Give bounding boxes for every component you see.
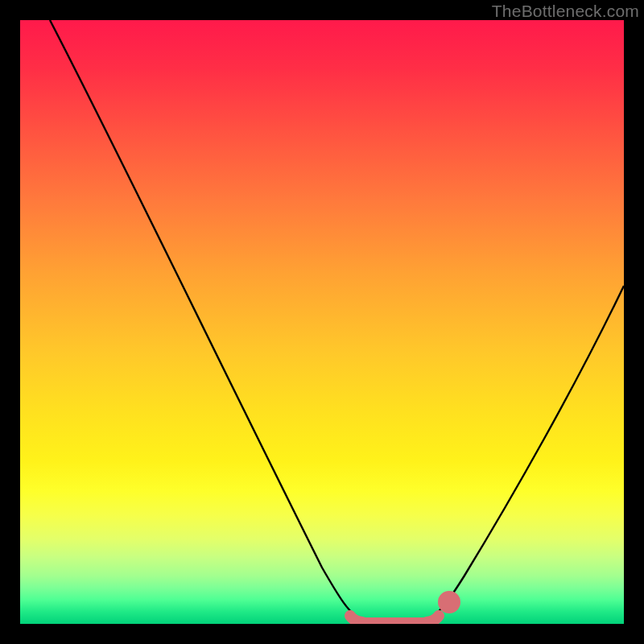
curve-layer: [20, 20, 624, 624]
plot-area: [20, 20, 624, 624]
svg-point-1: [444, 597, 455, 608]
watermark-text: TheBottleneck.com: [492, 2, 639, 21]
chart-frame: TheBottleneck.com: [0, 0, 644, 644]
bottleneck-curve: [50, 20, 624, 623]
